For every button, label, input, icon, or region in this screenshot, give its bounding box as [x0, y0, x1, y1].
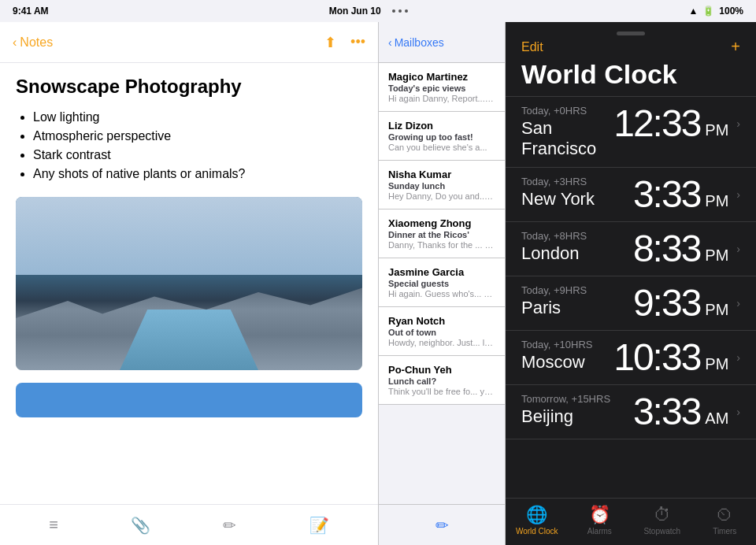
mail-back-label: Mailboxes — [395, 36, 444, 49]
clock-time: 10:33 — [613, 339, 700, 376]
mail-subject: Lunch call? — [388, 376, 495, 386]
alarms-tab-label: Alarms — [587, 527, 612, 536]
clock-city: San Francisco — [521, 118, 613, 159]
clock-chevron-icon: › — [736, 351, 740, 364]
status-dot-1 — [392, 9, 395, 13]
list-item: Any shots of native plants or animals? — [33, 167, 362, 181]
list-item[interactable]: Ryan Notch Out of town Howdy, neighbor. … — [379, 307, 505, 356]
mail-toolbar: ✏ — [379, 504, 505, 545]
mail-sender: Jasmine Garcia — [388, 266, 495, 278]
status-center: Mon Jun 10 — [329, 6, 409, 17]
toolbar-compose-icon[interactable]: 📝 — [309, 516, 329, 535]
drag-indicator — [617, 32, 645, 35]
list-item[interactable]: Today, +8HRS London 8:33 PM › — [506, 221, 756, 276]
clock-title: World Clock — [506, 59, 756, 90]
tab-stopwatch[interactable]: ⏱ Stopwatch — [631, 505, 694, 536]
clock-ampm: PM — [705, 355, 728, 373]
mail-compose-icon[interactable]: ✏ — [435, 516, 449, 535]
notes-nav: ‹ Notes ⬆ ••• — [0, 22, 378, 63]
toolbar-list-icon[interactable]: ≡ — [49, 516, 58, 534]
clock-city: Moscow — [521, 352, 613, 373]
toolbar-markup-icon[interactable]: ✏ — [223, 516, 236, 535]
mail-back-chevron: ‹ — [388, 36, 392, 49]
notes-share-icon[interactable]: ⬆ — [324, 34, 336, 51]
mail-subject: Special guests — [388, 279, 495, 288]
tab-world-clock[interactable]: 🌐 World Clock — [506, 505, 569, 536]
mail-preview: Think you'll be free fo... you think mig… — [388, 387, 495, 396]
clock-time: 8:33 — [633, 230, 700, 268]
notes-back-label: Notes — [20, 35, 53, 50]
list-item[interactable]: Po-Chun Yeh Lunch call? Think you'll be … — [379, 356, 505, 405]
clock-offset: Today, +8HRS — [521, 230, 633, 242]
notes-bullet-list: Low lighting Atmospheric perspective Sta… — [16, 110, 362, 181]
clock-ampm: PM — [705, 121, 728, 139]
notes-back-chevron: ‹ — [13, 35, 17, 50]
stopwatch-icon: ⏱ — [654, 505, 671, 525]
list-item: Atmospheric perspective — [33, 129, 362, 143]
clock-ampm: PM — [705, 192, 728, 210]
clock-time: 3:33 — [633, 393, 700, 431]
notes-panel: ‹ Notes ⬆ ••• Snowscape Photography Low … — [0, 22, 378, 545]
status-bar: 9:41 AM Mon Jun 10 ▲ 🔋 100% — [0, 0, 756, 22]
list-item: Low lighting — [33, 110, 362, 124]
mail-preview: Danny, Thanks for the ... remembered to … — [388, 240, 495, 250]
notes-image — [16, 197, 362, 370]
timers-icon: ⏲ — [716, 505, 733, 525]
mail-preview: Hi again Danny, Report... Wide open skie… — [388, 94, 495, 103]
mail-sender: Po-Chun Yeh — [388, 364, 495, 376]
mail-preview: Howdy, neighbor. Just... leaving Tuesday… — [388, 338, 495, 347]
mail-nav: ‹ Mailboxes — [379, 22, 505, 63]
list-item[interactable]: Today, +10HRS Moscow 10:33 PM › — [506, 330, 756, 384]
mail-sender: Magico Martinez — [388, 71, 495, 83]
clock-edit-button[interactable]: Edit — [521, 40, 543, 54]
clock-ampm: AM — [705, 410, 728, 428]
battery-icon: 🔋 — [702, 6, 714, 17]
alarms-icon: ⏰ — [589, 505, 610, 525]
mail-sender: Liz Dizon — [388, 120, 495, 132]
list-item[interactable]: Liz Dizon Growing up too fast! Can you b… — [379, 112, 505, 161]
clock-add-button[interactable]: + — [731, 38, 740, 56]
notes-more-icon[interactable]: ••• — [350, 34, 365, 50]
toolbar-attach-icon[interactable]: 📎 — [131, 516, 150, 535]
clock-time: 3:33 — [633, 176, 700, 213]
tab-alarms[interactable]: ⏰ Alarms — [569, 505, 632, 536]
clock-time: 9:33 — [633, 284, 700, 322]
list-item[interactable]: Tomorrow, +15HRS Beijing 3:33 AM › — [506, 384, 756, 439]
mail-back-button[interactable]: ‹ Mailboxes — [388, 36, 444, 49]
clock-header: Edit + — [506, 38, 756, 59]
list-item[interactable]: Jasmine Garcia Special guests Hi again. … — [379, 258, 505, 307]
clock-drag-bar — [506, 22, 756, 38]
clock-city: London — [521, 243, 633, 264]
clock-city: Beijing — [521, 406, 633, 427]
clock-chevron-icon: › — [736, 406, 740, 418]
list-item[interactable]: Nisha Kumar Sunday lunch Hey Danny, Do y… — [379, 161, 505, 209]
list-item[interactable]: Today, +0HRS San Francisco 12:33 PM › — [506, 96, 756, 167]
clock-chevron-icon: › — [736, 188, 740, 201]
clock-offset: Today, +10HRS — [521, 339, 613, 350]
list-item[interactable]: Magico Martinez Today's epic views Hi ag… — [379, 63, 505, 112]
status-dot-3 — [405, 9, 408, 13]
timers-tab-label: Timers — [713, 527, 736, 536]
notes-toolbar: ≡ 📎 ✏ 📝 — [0, 504, 378, 545]
list-item[interactable]: Xiaomeng Zhong Dinner at the Ricos' Dann… — [379, 209, 505, 258]
list-item[interactable]: Today, +3HRS New York 3:33 PM › — [506, 167, 756, 221]
mail-subject: Today's epic views — [388, 83, 495, 93]
notes-content: Snowscape Photography Low lighting Atmos… — [0, 63, 378, 504]
status-day: Mon Jun 10 — [329, 6, 381, 17]
mail-preview: Can you believe she's a... — [388, 143, 495, 152]
notes-back-button[interactable]: ‹ Notes — [13, 35, 53, 50]
clock-chevron-icon: › — [736, 243, 740, 255]
tab-timers[interactable]: ⏲ Timers — [694, 505, 757, 536]
list-item[interactable]: Today, +9HRS Paris 9:33 PM › — [506, 276, 756, 330]
clock-ampm: PM — [705, 301, 728, 319]
mail-panel: ‹ Mailboxes Magico Martinez Today's epic… — [378, 22, 506, 545]
main-area: ‹ Notes ⬆ ••• Snowscape Photography Low … — [0, 22, 756, 545]
status-dot-2 — [398, 9, 402, 13]
mail-preview: Hi again. Guess who's... know how to mak… — [388, 289, 495, 298]
clock-offset: Today, +3HRS — [521, 176, 633, 187]
clock-offset: Today, +0HRS — [521, 105, 613, 117]
mail-preview: Hey Danny, Do you and... dad? If you two… — [388, 191, 495, 201]
world-clock-tab-label: World Clock — [516, 527, 558, 536]
mail-sender: Xiaomeng Zhong — [388, 217, 495, 229]
status-right: ▲ 🔋 100% — [688, 6, 743, 17]
